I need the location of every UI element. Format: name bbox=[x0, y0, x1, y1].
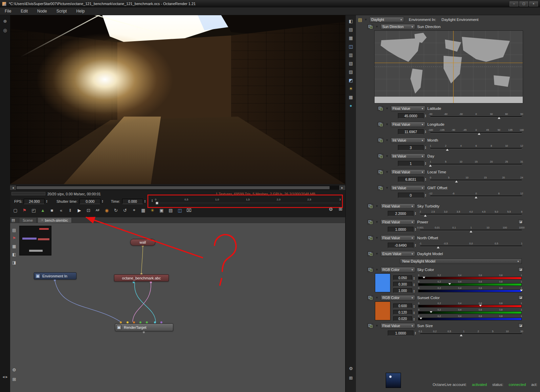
stop-icon[interactable]: ■ bbox=[49, 207, 55, 214]
tab-bench-alembic[interactable]: × bench-alembic bbox=[38, 217, 72, 223]
render-restart-icon[interactable]: ▲ bbox=[40, 207, 46, 214]
timeline-ruler[interactable]: 00,51,01,52,02,53 bbox=[156, 198, 340, 205]
slider-handle[interactable] bbox=[430, 311, 432, 313]
param-slider[interactable]: 0510152024 bbox=[430, 176, 522, 183]
collapse-arrow-icon[interactable]: ▼ bbox=[385, 139, 389, 142]
collapse-arrow-icon[interactable]: ▼ bbox=[385, 107, 389, 110]
node-link-icon[interactable] bbox=[367, 220, 373, 224]
scroll-left-icon[interactable]: ◀ bbox=[10, 186, 16, 190]
param-value-field[interactable]: 0 bbox=[398, 193, 424, 198]
node-link-icon[interactable] bbox=[378, 186, 383, 190]
spinner-icon[interactable]: ▲▼ bbox=[425, 162, 426, 165]
environment-icon[interactable]: ☀ bbox=[349, 86, 353, 91]
param-type-dropdown[interactable]: RGB Color▼ bbox=[381, 267, 415, 272]
scroll-right-icon[interactable]: ▶ bbox=[339, 186, 345, 190]
node-link-icon[interactable] bbox=[378, 154, 383, 158]
environment-type-dropdown[interactable]: Daylight▼ bbox=[369, 17, 404, 22]
node-wall[interactable]: wall bbox=[130, 239, 155, 246]
collapse-arrow-icon[interactable]: ▼ bbox=[364, 18, 367, 21]
slider-handle[interactable] bbox=[429, 165, 432, 167]
param-type-dropdown[interactable]: Int Value▼ bbox=[391, 138, 425, 143]
octane-live-thumbnail[interactable] bbox=[386, 373, 401, 388]
collapse-arrow-icon[interactable]: ▼ bbox=[385, 170, 389, 174]
expand-icon[interactable]: ⊞ bbox=[339, 206, 342, 212]
screenshot-icon[interactable]: ◧ bbox=[349, 19, 353, 24]
param-type-dropdown[interactable]: Float Value▼ bbox=[381, 203, 415, 209]
slider-handle[interactable] bbox=[498, 117, 500, 119]
slider-handle[interactable] bbox=[460, 334, 463, 336]
node-link-icon[interactable] bbox=[367, 295, 373, 300]
spinner-icon[interactable]: ▲▼ bbox=[413, 311, 415, 315]
param-slider[interactable]: -1-0,50,00,51 bbox=[420, 242, 522, 249]
param-value-field[interactable]: 1.0000 bbox=[388, 227, 413, 232]
slider-handle[interactable] bbox=[475, 196, 477, 198]
collapse-arrow-icon[interactable]: ▼ bbox=[375, 324, 379, 327]
menu-node[interactable]: Node bbox=[37, 9, 47, 14]
param-slider[interactable]: 22,53,03,54,04,55,05,56 bbox=[420, 210, 522, 217]
minimize-button[interactable]: – bbox=[510, 1, 518, 6]
param-type-dropdown[interactable]: Float Value▼ bbox=[391, 169, 425, 175]
focus-pick-icon[interactable]: ⌖ bbox=[131, 207, 137, 214]
collapse-arrow-icon[interactable]: ▼ bbox=[375, 296, 379, 299]
spinner-icon[interactable]: ▲▼ bbox=[413, 283, 415, 287]
node-link-icon[interactable] bbox=[367, 251, 373, 256]
spinner-icon[interactable]: ▲▼ bbox=[414, 212, 416, 215]
channel-green-slider[interactable]: 00,20,40,60,81 bbox=[418, 311, 522, 314]
node-stack-icon[interactable]: ▤ bbox=[358, 17, 362, 22]
enum-value-select[interactable]: New Daylight Model▼ bbox=[400, 259, 522, 264]
scrollbar-track[interactable] bbox=[16, 186, 339, 190]
materials-icon[interactable]: ▧ bbox=[349, 61, 353, 66]
channel-blue-slider[interactable]: 00,20,40,60,81 bbox=[418, 290, 522, 292]
param-type-dropdown[interactable]: Int Value▼ bbox=[391, 153, 425, 159]
slider-handle[interactable] bbox=[520, 290, 523, 291]
close-tab-icon[interactable]: × bbox=[41, 218, 43, 222]
channel-value-field[interactable]: 0.600 bbox=[393, 303, 412, 308]
channel-value-field[interactable]: 0.120 bbox=[393, 310, 412, 315]
image-icon[interactable]: ◫ bbox=[177, 207, 183, 214]
world-map[interactable] bbox=[374, 30, 523, 103]
expand-icon[interactable]: ⊞ bbox=[349, 375, 353, 381]
collapse-arrow-icon[interactable]: ▼ bbox=[385, 123, 389, 126]
film-icon[interactable]: ▦ bbox=[349, 35, 353, 41]
collapse-arrow-icon[interactable]: ▼ bbox=[375, 220, 379, 224]
checker-icon[interactable]: ▩ bbox=[349, 95, 353, 100]
node-link-icon[interactable] bbox=[367, 204, 373, 209]
sun-direction-dropdown[interactable]: Sun Direction▼ bbox=[381, 24, 415, 29]
channel-value-field[interactable]: 0.300 bbox=[393, 282, 412, 287]
refresh-icon[interactable]: ↻ bbox=[113, 207, 119, 214]
collapse-arrow-icon[interactable]: ▼ bbox=[375, 252, 379, 255]
node-link-icon[interactable] bbox=[378, 122, 383, 127]
image-icon[interactable]: ◩ bbox=[349, 78, 353, 83]
scrollbar-thumb[interactable] bbox=[17, 186, 330, 189]
param-type-dropdown[interactable]: Float Value▼ bbox=[391, 122, 425, 127]
param-type-dropdown[interactable]: Float Value▼ bbox=[391, 106, 425, 111]
collapse-arrow-icon[interactable]: ▼ bbox=[375, 204, 379, 208]
channel-value-field[interactable]: 0.020 bbox=[393, 316, 412, 321]
menu-help[interactable]: Help bbox=[76, 9, 85, 14]
slider-handle[interactable] bbox=[455, 180, 458, 182]
spinner-icon[interactable]: ▲▼ bbox=[413, 318, 415, 321]
mesh-icon[interactable]: ▥ bbox=[349, 52, 353, 57]
param-type-dropdown[interactable]: Int Value▼ bbox=[391, 185, 425, 191]
preview-toggle-icon[interactable]: ◪ bbox=[518, 323, 523, 327]
spinner-icon[interactable]: ▲▼ bbox=[413, 305, 415, 308]
node-link-icon[interactable] bbox=[378, 170, 383, 174]
param-type-dropdown[interactable]: Enum Value▼ bbox=[381, 251, 415, 256]
spinner-icon[interactable]: ▲▼ bbox=[425, 114, 426, 118]
param-slider[interactable]: -180-135-90-4504590135180 bbox=[430, 128, 522, 136]
next-panel-icon[interactable]: ▶ bbox=[6, 375, 8, 378]
spinner-icon[interactable]: ▲▼ bbox=[414, 244, 416, 247]
wrench-icon[interactable]: ⚙ bbox=[12, 367, 16, 372]
channel-green-slider[interactable]: 00,20,40,60,81 bbox=[418, 283, 522, 286]
param-value-field[interactable]: 6.8031 bbox=[398, 177, 424, 182]
node-link-icon[interactable] bbox=[367, 267, 373, 272]
channel-blue-slider[interactable]: 00,20,40,60,81 bbox=[418, 318, 522, 320]
rewind-icon[interactable]: « bbox=[58, 207, 64, 214]
node-graph-panel[interactable]: Scene × bench-alembic ▤⚑▦◧◨ bbox=[10, 217, 345, 392]
slider-handle[interactable] bbox=[437, 246, 440, 248]
display-icon[interactable]: ⊡ bbox=[85, 207, 92, 214]
copy-icon[interactable]: ▣ bbox=[158, 207, 165, 214]
param-value-field[interactable]: 2.2000 bbox=[388, 211, 413, 216]
timeline-handle[interactable] bbox=[156, 202, 158, 204]
fit-view-icon[interactable]: ◰ bbox=[30, 207, 37, 214]
